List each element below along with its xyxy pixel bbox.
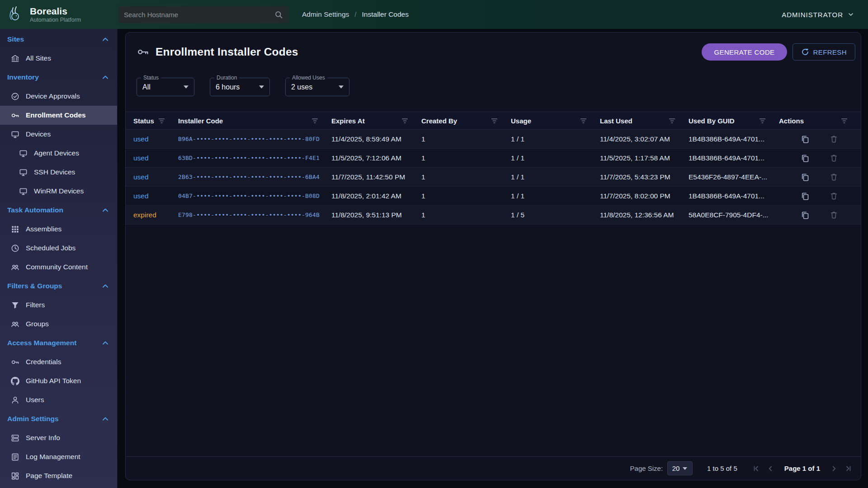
cell-last-used: 11/5/2025, 1:17:58 AM (600, 154, 689, 162)
main-content: Enrollment Installer Codes GENERATE CODE… (118, 29, 868, 488)
sidebar-item-server-info[interactable]: Server Info (0, 428, 117, 447)
github-icon (11, 377, 19, 385)
duration-filter-select[interactable]: Duration 6 hours (210, 78, 270, 96)
sidebar-section-label: Access Management (7, 339, 76, 347)
sidebar-item-github-api-token[interactable]: GitHub API Token (0, 371, 117, 390)
sidebar-item-users[interactable]: Users (0, 390, 117, 409)
search-input[interactable] (124, 11, 274, 19)
sidebar-section-filters-groups[interactable]: Filters & Groups (0, 277, 117, 296)
sidebar-section-task-automation[interactable]: Task Automation (0, 201, 117, 220)
sidebar-item-label: Assemblies (26, 225, 61, 233)
sidebar-item-agent-devices[interactable]: Agent Devices (0, 144, 117, 163)
refresh-label: REFRESH (813, 48, 847, 56)
sidebar-item-log-management[interactable]: Log Management (0, 447, 117, 466)
page-size-select[interactable]: 20 (667, 461, 693, 475)
filter-list-icon[interactable] (401, 117, 409, 125)
status-filter-select[interactable]: Status All (137, 78, 194, 96)
copy-code-button[interactable] (801, 135, 810, 144)
sidebar-item-enrollment-codes[interactable]: Enrollment Codes (0, 106, 117, 125)
delete-code-button[interactable] (830, 173, 838, 181)
sidebar-item-label: Server Info (26, 434, 60, 442)
delete-code-button[interactable] (830, 154, 838, 162)
table-row[interactable]: used2B63-••••-••••-••••-••••-••••-••••-6… (126, 168, 861, 187)
sidebar-item-devices[interactable]: Devices (0, 125, 117, 144)
sidebar-item-filters[interactable]: Filters (0, 296, 117, 314)
chevron-down-icon (184, 85, 189, 89)
user-menu[interactable]: ADMINISTRATOR (782, 11, 854, 19)
copy-code-button[interactable] (801, 154, 810, 163)
sidebar-item-label: Agent Devices (34, 149, 79, 157)
breadcrumb-installer-codes[interactable]: Installer Codes (362, 10, 409, 19)
cell-created-by: 1 (421, 211, 511, 219)
copy-code-button[interactable] (801, 173, 810, 182)
generate-code-button[interactable]: GENERATE CODE (702, 43, 787, 61)
copy-code-button[interactable] (801, 192, 810, 201)
delete-code-button[interactable] (830, 211, 838, 219)
sidebar-nav: Sites All Sites Inventory Device Approva… (0, 29, 118, 488)
sidebar-item-community-content[interactable]: Community Content (0, 258, 117, 277)
delete-code-button[interactable] (830, 135, 838, 143)
sidebar-section-sites[interactable]: Sites (0, 30, 117, 49)
sidebar-item-assemblies[interactable]: Assemblies (0, 220, 117, 239)
chevron-up-icon (101, 35, 110, 44)
column-label: Installer Code (178, 117, 223, 125)
table-row[interactable]: usedB96A-••••-••••-••••-••••-••••-••••-8… (126, 130, 861, 149)
person-icon (11, 396, 19, 404)
cell-actions (779, 173, 861, 182)
cell-last-used: 11/8/2025, 12:36:56 AM (600, 211, 689, 219)
table-row[interactable]: used63BD-••••-••••-••••-••••-••••-••••-F… (126, 149, 861, 168)
cell-created-by: 1 (421, 135, 511, 143)
sidebar-item-ssh-devices[interactable]: SSH Devices (0, 163, 117, 182)
filter-list-icon[interactable] (158, 117, 165, 125)
sidebar-item-label: Device Approvals (26, 92, 80, 100)
refresh-button[interactable]: REFRESH (793, 43, 855, 61)
first-page-button[interactable] (750, 463, 762, 474)
next-page-button[interactable] (828, 463, 840, 474)
copy-code-button[interactable] (801, 211, 810, 220)
delete-code-button[interactable] (830, 192, 838, 200)
bank-icon (11, 54, 19, 63)
sidebar-item-label: Users (26, 396, 44, 404)
cell-usage: 1 / 1 (511, 192, 600, 200)
sidebar-item-label: Page Template (26, 472, 72, 480)
last-page-button[interactable] (843, 463, 854, 474)
sidebar-item-groups[interactable]: Groups (0, 314, 117, 333)
filter-list-icon[interactable] (311, 117, 319, 125)
table-row[interactable]: used04B7-••••-••••-••••-••••-••••-••••-B… (126, 187, 861, 206)
breadcrumb-admin-settings[interactable]: Admin Settings (302, 10, 349, 19)
column-header-status: Status (126, 112, 178, 129)
sidebar-section-admin-settings[interactable]: Admin Settings (0, 409, 117, 428)
filter-list-icon[interactable] (840, 117, 848, 125)
column-header-installer-code: Installer Code (178, 112, 331, 129)
installer-codes-table: StatusInstaller CodeExpires AtCreated By… (126, 112, 861, 456)
sidebar-section-access-management[interactable]: Access Management (0, 333, 117, 352)
sidebar-item-scheduled-jobs[interactable]: Scheduled Jobs (0, 239, 117, 258)
previous-page-button[interactable] (764, 463, 776, 474)
allowed-uses-filter-select[interactable]: Allowed Uses 2 uses (285, 78, 349, 96)
table-row[interactable]: expiredE798-••••-••••-••••-••••-••••-•••… (126, 206, 861, 225)
monitor-icon (19, 168, 28, 177)
select-value: 6 hours (216, 83, 240, 91)
sidebar-item-device-approvals[interactable]: Device Approvals (0, 87, 117, 106)
sidebar-section-label: Inventory (7, 73, 39, 81)
hostname-search[interactable] (118, 6, 288, 23)
cell-status: expired (126, 211, 178, 219)
borealis-logo-icon (5, 5, 25, 24)
sidebar-item-all-sites[interactable]: All Sites (0, 49, 117, 68)
cell-status: used (126, 192, 178, 200)
key-icon (137, 46, 149, 58)
approval-icon (11, 92, 19, 101)
cell-expires-at: 11/8/2025, 2:01:42 AM (331, 192, 421, 200)
sidebar-item-winrm-devices[interactable]: WinRM Devices (0, 182, 117, 201)
sidebar-item-page-template[interactable]: Page Template (0, 466, 117, 485)
filter-list-icon[interactable] (491, 117, 498, 125)
sidebar-item-credentials[interactable]: Credentials (0, 352, 117, 371)
brand-subtitle: Automation Platform (30, 17, 81, 23)
filter-list-icon[interactable] (668, 117, 676, 125)
enrollment-codes-panel: Enrollment Installer Codes GENERATE CODE… (125, 32, 861, 480)
table-body: usedB96A-••••-••••-••••-••••-••••-••••-8… (126, 130, 861, 456)
cell-expires-at: 11/5/2025, 7:12:06 AM (331, 154, 421, 162)
filter-list-icon[interactable] (580, 117, 587, 125)
sidebar-section-inventory[interactable]: Inventory (0, 68, 117, 87)
filter-list-icon[interactable] (759, 117, 766, 125)
